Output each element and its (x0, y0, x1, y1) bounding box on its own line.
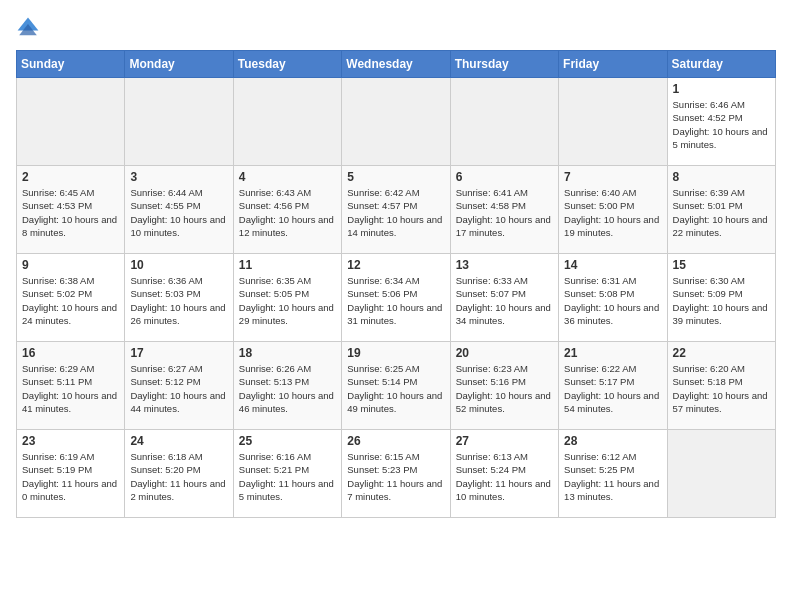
day-info: Sunrise: 6:27 AM Sunset: 5:12 PM Dayligh… (130, 362, 227, 415)
calendar-week-5: 23Sunrise: 6:19 AM Sunset: 5:19 PM Dayli… (17, 430, 776, 518)
calendar-cell: 21Sunrise: 6:22 AM Sunset: 5:17 PM Dayli… (559, 342, 667, 430)
weekday-header-thursday: Thursday (450, 51, 558, 78)
day-info: Sunrise: 6:43 AM Sunset: 4:56 PM Dayligh… (239, 186, 336, 239)
calendar-cell: 9Sunrise: 6:38 AM Sunset: 5:02 PM Daylig… (17, 254, 125, 342)
day-info: Sunrise: 6:20 AM Sunset: 5:18 PM Dayligh… (673, 362, 770, 415)
calendar-cell: 2Sunrise: 6:45 AM Sunset: 4:53 PM Daylig… (17, 166, 125, 254)
day-number: 12 (347, 258, 444, 272)
calendar-cell: 1Sunrise: 6:46 AM Sunset: 4:52 PM Daylig… (667, 78, 775, 166)
calendar-cell: 13Sunrise: 6:33 AM Sunset: 5:07 PM Dayli… (450, 254, 558, 342)
day-info: Sunrise: 6:30 AM Sunset: 5:09 PM Dayligh… (673, 274, 770, 327)
calendar-cell: 12Sunrise: 6:34 AM Sunset: 5:06 PM Dayli… (342, 254, 450, 342)
day-info: Sunrise: 6:18 AM Sunset: 5:20 PM Dayligh… (130, 450, 227, 503)
day-info: Sunrise: 6:42 AM Sunset: 4:57 PM Dayligh… (347, 186, 444, 239)
calendar-cell: 22Sunrise: 6:20 AM Sunset: 5:18 PM Dayli… (667, 342, 775, 430)
calendar-cell (667, 430, 775, 518)
day-number: 4 (239, 170, 336, 184)
logo (16, 16, 44, 40)
page-header (16, 16, 776, 40)
weekday-header-saturday: Saturday (667, 51, 775, 78)
generalblue-logo-icon (16, 16, 40, 40)
day-info: Sunrise: 6:31 AM Sunset: 5:08 PM Dayligh… (564, 274, 661, 327)
day-number: 14 (564, 258, 661, 272)
calendar-cell: 10Sunrise: 6:36 AM Sunset: 5:03 PM Dayli… (125, 254, 233, 342)
day-number: 8 (673, 170, 770, 184)
calendar-week-1: 1Sunrise: 6:46 AM Sunset: 4:52 PM Daylig… (17, 78, 776, 166)
calendar-table: SundayMondayTuesdayWednesdayThursdayFrid… (16, 50, 776, 518)
day-info: Sunrise: 6:46 AM Sunset: 4:52 PM Dayligh… (673, 98, 770, 151)
calendar-week-2: 2Sunrise: 6:45 AM Sunset: 4:53 PM Daylig… (17, 166, 776, 254)
calendar-cell (233, 78, 341, 166)
day-info: Sunrise: 6:19 AM Sunset: 5:19 PM Dayligh… (22, 450, 119, 503)
day-info: Sunrise: 6:39 AM Sunset: 5:01 PM Dayligh… (673, 186, 770, 239)
calendar-week-4: 16Sunrise: 6:29 AM Sunset: 5:11 PM Dayli… (17, 342, 776, 430)
weekday-header-friday: Friday (559, 51, 667, 78)
calendar-cell: 18Sunrise: 6:26 AM Sunset: 5:13 PM Dayli… (233, 342, 341, 430)
day-info: Sunrise: 6:33 AM Sunset: 5:07 PM Dayligh… (456, 274, 553, 327)
day-info: Sunrise: 6:25 AM Sunset: 5:14 PM Dayligh… (347, 362, 444, 415)
calendar-cell: 6Sunrise: 6:41 AM Sunset: 4:58 PM Daylig… (450, 166, 558, 254)
calendar-cell: 19Sunrise: 6:25 AM Sunset: 5:14 PM Dayli… (342, 342, 450, 430)
calendar-cell: 3Sunrise: 6:44 AM Sunset: 4:55 PM Daylig… (125, 166, 233, 254)
calendar-cell (559, 78, 667, 166)
day-info: Sunrise: 6:23 AM Sunset: 5:16 PM Dayligh… (456, 362, 553, 415)
calendar-cell (450, 78, 558, 166)
day-number: 13 (456, 258, 553, 272)
calendar-header-row: SundayMondayTuesdayWednesdayThursdayFrid… (17, 51, 776, 78)
calendar-cell (342, 78, 450, 166)
day-number: 25 (239, 434, 336, 448)
day-number: 10 (130, 258, 227, 272)
calendar-cell: 27Sunrise: 6:13 AM Sunset: 5:24 PM Dayli… (450, 430, 558, 518)
calendar-cell: 4Sunrise: 6:43 AM Sunset: 4:56 PM Daylig… (233, 166, 341, 254)
weekday-header-wednesday: Wednesday (342, 51, 450, 78)
weekday-header-sunday: Sunday (17, 51, 125, 78)
calendar-cell: 25Sunrise: 6:16 AM Sunset: 5:21 PM Dayli… (233, 430, 341, 518)
day-number: 17 (130, 346, 227, 360)
day-info: Sunrise: 6:29 AM Sunset: 5:11 PM Dayligh… (22, 362, 119, 415)
day-info: Sunrise: 6:22 AM Sunset: 5:17 PM Dayligh… (564, 362, 661, 415)
day-number: 26 (347, 434, 444, 448)
day-number: 18 (239, 346, 336, 360)
calendar-cell: 23Sunrise: 6:19 AM Sunset: 5:19 PM Dayli… (17, 430, 125, 518)
day-info: Sunrise: 6:35 AM Sunset: 5:05 PM Dayligh… (239, 274, 336, 327)
day-number: 7 (564, 170, 661, 184)
weekday-header-monday: Monday (125, 51, 233, 78)
calendar-cell: 20Sunrise: 6:23 AM Sunset: 5:16 PM Dayli… (450, 342, 558, 430)
day-number: 19 (347, 346, 444, 360)
calendar-cell (125, 78, 233, 166)
calendar-week-3: 9Sunrise: 6:38 AM Sunset: 5:02 PM Daylig… (17, 254, 776, 342)
day-info: Sunrise: 6:40 AM Sunset: 5:00 PM Dayligh… (564, 186, 661, 239)
day-info: Sunrise: 6:45 AM Sunset: 4:53 PM Dayligh… (22, 186, 119, 239)
day-number: 9 (22, 258, 119, 272)
day-number: 5 (347, 170, 444, 184)
day-number: 20 (456, 346, 553, 360)
day-info: Sunrise: 6:16 AM Sunset: 5:21 PM Dayligh… (239, 450, 336, 503)
day-info: Sunrise: 6:12 AM Sunset: 5:25 PM Dayligh… (564, 450, 661, 503)
day-number: 1 (673, 82, 770, 96)
day-number: 6 (456, 170, 553, 184)
calendar-cell: 15Sunrise: 6:30 AM Sunset: 5:09 PM Dayli… (667, 254, 775, 342)
day-number: 27 (456, 434, 553, 448)
day-number: 23 (22, 434, 119, 448)
calendar-cell: 5Sunrise: 6:42 AM Sunset: 4:57 PM Daylig… (342, 166, 450, 254)
day-info: Sunrise: 6:34 AM Sunset: 5:06 PM Dayligh… (347, 274, 444, 327)
calendar-cell: 7Sunrise: 6:40 AM Sunset: 5:00 PM Daylig… (559, 166, 667, 254)
calendar-cell: 24Sunrise: 6:18 AM Sunset: 5:20 PM Dayli… (125, 430, 233, 518)
day-number: 24 (130, 434, 227, 448)
calendar-cell (17, 78, 125, 166)
day-info: Sunrise: 6:26 AM Sunset: 5:13 PM Dayligh… (239, 362, 336, 415)
day-number: 15 (673, 258, 770, 272)
day-number: 28 (564, 434, 661, 448)
calendar-cell: 11Sunrise: 6:35 AM Sunset: 5:05 PM Dayli… (233, 254, 341, 342)
calendar-cell: 14Sunrise: 6:31 AM Sunset: 5:08 PM Dayli… (559, 254, 667, 342)
day-number: 3 (130, 170, 227, 184)
day-number: 21 (564, 346, 661, 360)
calendar-cell: 16Sunrise: 6:29 AM Sunset: 5:11 PM Dayli… (17, 342, 125, 430)
day-info: Sunrise: 6:36 AM Sunset: 5:03 PM Dayligh… (130, 274, 227, 327)
calendar-cell: 26Sunrise: 6:15 AM Sunset: 5:23 PM Dayli… (342, 430, 450, 518)
calendar-cell: 17Sunrise: 6:27 AM Sunset: 5:12 PM Dayli… (125, 342, 233, 430)
calendar-cell: 8Sunrise: 6:39 AM Sunset: 5:01 PM Daylig… (667, 166, 775, 254)
day-number: 11 (239, 258, 336, 272)
day-info: Sunrise: 6:38 AM Sunset: 5:02 PM Dayligh… (22, 274, 119, 327)
calendar-cell: 28Sunrise: 6:12 AM Sunset: 5:25 PM Dayli… (559, 430, 667, 518)
